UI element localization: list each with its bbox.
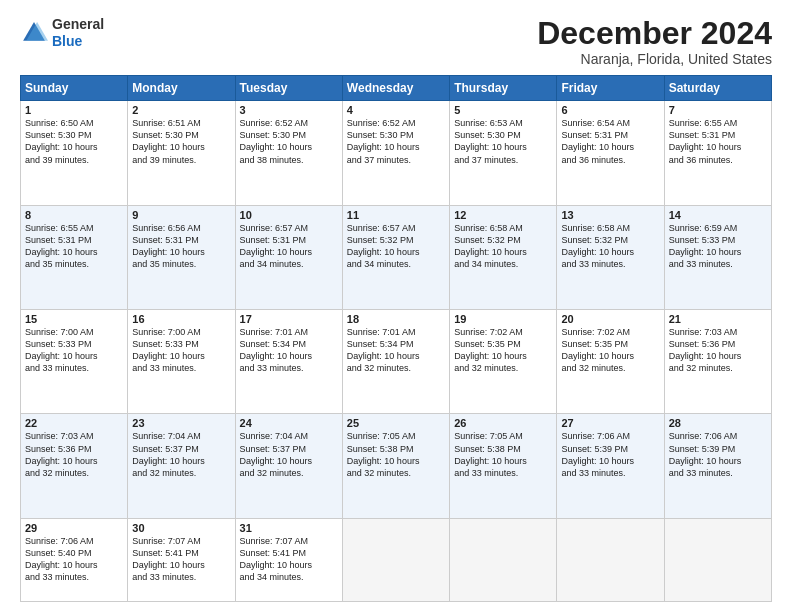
day-number: 28 bbox=[669, 417, 767, 429]
table-row bbox=[450, 518, 557, 601]
day-number: 11 bbox=[347, 209, 445, 221]
day-info: Sunrise: 6:52 AM Sunset: 5:30 PM Dayligh… bbox=[240, 117, 338, 166]
day-number: 29 bbox=[25, 522, 123, 534]
day-info: Sunrise: 7:06 AM Sunset: 5:40 PM Dayligh… bbox=[25, 535, 123, 584]
title-block: December 2024 Naranja, Florida, United S… bbox=[537, 16, 772, 67]
day-info: Sunrise: 7:07 AM Sunset: 5:41 PM Dayligh… bbox=[240, 535, 338, 584]
table-row: 23Sunrise: 7:04 AM Sunset: 5:37 PM Dayli… bbox=[128, 414, 235, 518]
table-row: 30Sunrise: 7:07 AM Sunset: 5:41 PM Dayli… bbox=[128, 518, 235, 601]
table-row: 3Sunrise: 6:52 AM Sunset: 5:30 PM Daylig… bbox=[235, 101, 342, 205]
logo-icon bbox=[20, 19, 48, 47]
col-friday: Friday bbox=[557, 76, 664, 101]
day-info: Sunrise: 6:57 AM Sunset: 5:31 PM Dayligh… bbox=[240, 222, 338, 271]
col-monday: Monday bbox=[128, 76, 235, 101]
day-info: Sunrise: 6:52 AM Sunset: 5:30 PM Dayligh… bbox=[347, 117, 445, 166]
col-sunday: Sunday bbox=[21, 76, 128, 101]
table-row: 27Sunrise: 7:06 AM Sunset: 5:39 PM Dayli… bbox=[557, 414, 664, 518]
day-info: Sunrise: 7:06 AM Sunset: 5:39 PM Dayligh… bbox=[561, 430, 659, 479]
table-row: 31Sunrise: 7:07 AM Sunset: 5:41 PM Dayli… bbox=[235, 518, 342, 601]
day-number: 20 bbox=[561, 313, 659, 325]
table-row: 26Sunrise: 7:05 AM Sunset: 5:38 PM Dayli… bbox=[450, 414, 557, 518]
day-info: Sunrise: 6:51 AM Sunset: 5:30 PM Dayligh… bbox=[132, 117, 230, 166]
day-number: 12 bbox=[454, 209, 552, 221]
table-row: 24Sunrise: 7:04 AM Sunset: 5:37 PM Dayli… bbox=[235, 414, 342, 518]
day-info: Sunrise: 6:53 AM Sunset: 5:30 PM Dayligh… bbox=[454, 117, 552, 166]
day-number: 22 bbox=[25, 417, 123, 429]
day-number: 17 bbox=[240, 313, 338, 325]
day-info: Sunrise: 7:05 AM Sunset: 5:38 PM Dayligh… bbox=[347, 430, 445, 479]
day-number: 5 bbox=[454, 104, 552, 116]
header: General Blue December 2024 Naranja, Flor… bbox=[20, 16, 772, 67]
day-number: 1 bbox=[25, 104, 123, 116]
day-info: Sunrise: 7:00 AM Sunset: 5:33 PM Dayligh… bbox=[25, 326, 123, 375]
day-info: Sunrise: 6:58 AM Sunset: 5:32 PM Dayligh… bbox=[454, 222, 552, 271]
calendar-week-row: 1Sunrise: 6:50 AM Sunset: 5:30 PM Daylig… bbox=[21, 101, 772, 205]
table-row bbox=[342, 518, 449, 601]
day-info: Sunrise: 6:50 AM Sunset: 5:30 PM Dayligh… bbox=[25, 117, 123, 166]
table-row: 15Sunrise: 7:00 AM Sunset: 5:33 PM Dayli… bbox=[21, 310, 128, 414]
table-row: 6Sunrise: 6:54 AM Sunset: 5:31 PM Daylig… bbox=[557, 101, 664, 205]
day-info: Sunrise: 7:00 AM Sunset: 5:33 PM Dayligh… bbox=[132, 326, 230, 375]
day-number: 31 bbox=[240, 522, 338, 534]
calendar-week-row: 22Sunrise: 7:03 AM Sunset: 5:36 PM Dayli… bbox=[21, 414, 772, 518]
table-row: 9Sunrise: 6:56 AM Sunset: 5:31 PM Daylig… bbox=[128, 205, 235, 309]
day-info: Sunrise: 7:03 AM Sunset: 5:36 PM Dayligh… bbox=[669, 326, 767, 375]
col-saturday: Saturday bbox=[664, 76, 771, 101]
location: Naranja, Florida, United States bbox=[537, 51, 772, 67]
table-row: 21Sunrise: 7:03 AM Sunset: 5:36 PM Dayli… bbox=[664, 310, 771, 414]
calendar-week-row: 29Sunrise: 7:06 AM Sunset: 5:40 PM Dayli… bbox=[21, 518, 772, 601]
day-number: 3 bbox=[240, 104, 338, 116]
day-number: 23 bbox=[132, 417, 230, 429]
table-row: 13Sunrise: 6:58 AM Sunset: 5:32 PM Dayli… bbox=[557, 205, 664, 309]
table-row: 5Sunrise: 6:53 AM Sunset: 5:30 PM Daylig… bbox=[450, 101, 557, 205]
day-info: Sunrise: 7:04 AM Sunset: 5:37 PM Dayligh… bbox=[240, 430, 338, 479]
day-number: 15 bbox=[25, 313, 123, 325]
table-row: 12Sunrise: 6:58 AM Sunset: 5:32 PM Dayli… bbox=[450, 205, 557, 309]
day-number: 8 bbox=[25, 209, 123, 221]
day-number: 2 bbox=[132, 104, 230, 116]
day-number: 19 bbox=[454, 313, 552, 325]
table-row bbox=[664, 518, 771, 601]
day-info: Sunrise: 7:06 AM Sunset: 5:39 PM Dayligh… bbox=[669, 430, 767, 479]
table-row: 29Sunrise: 7:06 AM Sunset: 5:40 PM Dayli… bbox=[21, 518, 128, 601]
table-row: 22Sunrise: 7:03 AM Sunset: 5:36 PM Dayli… bbox=[21, 414, 128, 518]
day-number: 18 bbox=[347, 313, 445, 325]
day-info: Sunrise: 6:58 AM Sunset: 5:32 PM Dayligh… bbox=[561, 222, 659, 271]
table-row: 18Sunrise: 7:01 AM Sunset: 5:34 PM Dayli… bbox=[342, 310, 449, 414]
day-number: 4 bbox=[347, 104, 445, 116]
calendar-table: Sunday Monday Tuesday Wednesday Thursday… bbox=[20, 75, 772, 602]
day-number: 26 bbox=[454, 417, 552, 429]
table-row: 4Sunrise: 6:52 AM Sunset: 5:30 PM Daylig… bbox=[342, 101, 449, 205]
day-number: 25 bbox=[347, 417, 445, 429]
day-info: Sunrise: 7:01 AM Sunset: 5:34 PM Dayligh… bbox=[347, 326, 445, 375]
day-number: 13 bbox=[561, 209, 659, 221]
day-number: 16 bbox=[132, 313, 230, 325]
table-row: 16Sunrise: 7:00 AM Sunset: 5:33 PM Dayli… bbox=[128, 310, 235, 414]
day-info: Sunrise: 7:02 AM Sunset: 5:35 PM Dayligh… bbox=[454, 326, 552, 375]
calendar-week-row: 8Sunrise: 6:55 AM Sunset: 5:31 PM Daylig… bbox=[21, 205, 772, 309]
day-number: 14 bbox=[669, 209, 767, 221]
logo-blue-text: Blue bbox=[52, 33, 82, 49]
table-row: 25Sunrise: 7:05 AM Sunset: 5:38 PM Dayli… bbox=[342, 414, 449, 518]
table-row: 28Sunrise: 7:06 AM Sunset: 5:39 PM Dayli… bbox=[664, 414, 771, 518]
day-info: Sunrise: 7:02 AM Sunset: 5:35 PM Dayligh… bbox=[561, 326, 659, 375]
day-number: 10 bbox=[240, 209, 338, 221]
table-row: 20Sunrise: 7:02 AM Sunset: 5:35 PM Dayli… bbox=[557, 310, 664, 414]
day-number: 9 bbox=[132, 209, 230, 221]
day-number: 21 bbox=[669, 313, 767, 325]
day-info: Sunrise: 6:56 AM Sunset: 5:31 PM Dayligh… bbox=[132, 222, 230, 271]
day-info: Sunrise: 6:59 AM Sunset: 5:33 PM Dayligh… bbox=[669, 222, 767, 271]
day-info: Sunrise: 7:03 AM Sunset: 5:36 PM Dayligh… bbox=[25, 430, 123, 479]
day-info: Sunrise: 7:07 AM Sunset: 5:41 PM Dayligh… bbox=[132, 535, 230, 584]
day-info: Sunrise: 6:55 AM Sunset: 5:31 PM Dayligh… bbox=[669, 117, 767, 166]
table-row: 2Sunrise: 6:51 AM Sunset: 5:30 PM Daylig… bbox=[128, 101, 235, 205]
table-row: 11Sunrise: 6:57 AM Sunset: 5:32 PM Dayli… bbox=[342, 205, 449, 309]
col-thursday: Thursday bbox=[450, 76, 557, 101]
day-number: 27 bbox=[561, 417, 659, 429]
col-wednesday: Wednesday bbox=[342, 76, 449, 101]
month-title: December 2024 bbox=[537, 16, 772, 51]
day-info: Sunrise: 7:04 AM Sunset: 5:37 PM Dayligh… bbox=[132, 430, 230, 479]
calendar-header-row: Sunday Monday Tuesday Wednesday Thursday… bbox=[21, 76, 772, 101]
table-row: 14Sunrise: 6:59 AM Sunset: 5:33 PM Dayli… bbox=[664, 205, 771, 309]
table-row: 10Sunrise: 6:57 AM Sunset: 5:31 PM Dayli… bbox=[235, 205, 342, 309]
